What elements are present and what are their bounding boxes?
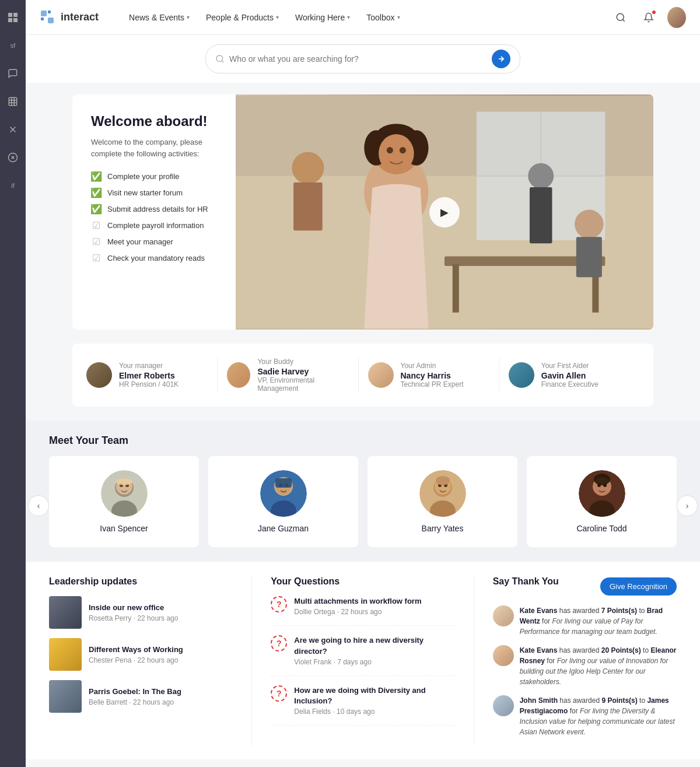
search-input[interactable]: [229, 54, 487, 64]
checklist-item: ☑ Check your mandatory reads: [91, 253, 217, 263]
search-submit-button[interactable]: [492, 50, 510, 68]
video-play-button[interactable]: ▶: [429, 197, 460, 227]
notifications-icon[interactable]: [639, 8, 658, 27]
checklist-item: ✅ Visit new starter forum: [91, 187, 217, 198]
question-item-1[interactable]: ? Multi attachments in workflow form Dol…: [271, 596, 454, 626]
logo[interactable]: interact: [40, 9, 99, 26]
svg-point-72: [594, 474, 610, 485]
team-section: Meet Your Team ‹ Ivan Spencer Jane Guzma…: [26, 421, 700, 561]
search-section: [26, 35, 700, 83]
sidebar-icon-chat[interactable]: [5, 65, 21, 82]
svg-point-41: [528, 163, 554, 189]
checklist-item: ✅ Complete your profile: [91, 171, 217, 181]
question-meta-3: Delia Fields · 10 days ago: [294, 708, 454, 716]
thanks-text-2: Kate Evans has awarded 20 Points(s) to E…: [520, 645, 677, 687]
bottom-section: Leadership updates Inside our new office…: [26, 562, 700, 759]
contact-buddy-role: VP, Environmental Management: [257, 376, 348, 393]
thanks-avatar-2: [493, 645, 514, 666]
svg-rect-14: [41, 10, 47, 16]
thanks-title: Say Thank You: [493, 576, 559, 587]
welcome-wrapper: Welcome aboard! Welcome to the company, …: [26, 83, 700, 330]
questions-col: Your Questions ? Multi attachments in wo…: [252, 576, 474, 745]
team-card-jane[interactable]: Jane Guzman: [208, 456, 358, 547]
contact-admin-label: Your Admin: [401, 362, 464, 370]
main-content: interact News & Events ▾ People & Produc…: [26, 0, 700, 767]
team-avatar-barry: [419, 470, 466, 517]
svg-point-39: [292, 152, 324, 184]
contact-admin-avatar: [368, 362, 394, 388]
question-meta-2: Violet Frank · 7 days ago: [294, 658, 454, 666]
thanks-avatar-3: [493, 695, 514, 716]
user-avatar[interactable]: [667, 8, 686, 27]
nav-working-here[interactable]: Working Here ▾: [288, 8, 357, 27]
sidebar: sf if: [0, 0, 26, 767]
svg-point-38: [400, 147, 406, 153]
team-avatar-caroline: [579, 470, 625, 517]
contact-manager[interactable]: Your manager Elmer Roberts HR Pension / …: [86, 358, 218, 393]
checklist-item: ✅ Submit address details for HR: [91, 204, 217, 214]
sidebar-icon-x1[interactable]: [5, 121, 21, 138]
svg-rect-15: [48, 10, 51, 13]
team-name-jane: Jane Guzman: [258, 524, 309, 533]
thanks-text-3: John Smith has awarded 9 Points(s) to Ja…: [520, 695, 677, 737]
carousel-next-button[interactable]: ›: [677, 495, 698, 516]
sidebar-icon-sf[interactable]: sf: [5, 37, 21, 54]
team-avatar-jane: [260, 470, 307, 517]
svg-line-21: [222, 61, 223, 62]
header-actions: [611, 8, 686, 27]
svg-rect-29: [453, 264, 459, 313]
checklist-item-text: Submit address details for HR: [107, 205, 208, 213]
check-pending-icon: ☑: [91, 236, 102, 247]
team-card-ivan[interactable]: Ivan Spencer: [49, 456, 199, 547]
welcome-video[interactable]: ▶: [236, 94, 653, 330]
welcome-left: Welcome aboard! Welcome to the company, …: [72, 94, 236, 330]
checklist-item-text: Complete your profile: [107, 172, 180, 181]
nav-news-events[interactable]: News & Events ▾: [122, 8, 197, 27]
svg-line-19: [622, 19, 624, 21]
page-content: Welcome aboard! Welcome to the company, …: [26, 35, 700, 767]
checklist-item-text: Visit new starter forum: [107, 188, 183, 197]
question-title-2: Are we going to hire a new diversity dir…: [294, 635, 454, 656]
welcome-description: Welcome to the company, please complete …: [91, 136, 217, 159]
contact-admin[interactable]: Your Admin Nancy Harris Technical PR Exp…: [359, 358, 499, 393]
check-pending-icon: ☑: [91, 220, 102, 230]
question-meta-1: Dollie Ortega · 22 hours ago: [294, 608, 421, 616]
leadership-col: Leadership updates Inside our new office…: [49, 576, 252, 745]
contact-first-aider-label: Your First Aider: [541, 362, 598, 370]
nav-toolbox[interactable]: Toolbox ▾: [359, 8, 407, 27]
search-icon[interactable]: [611, 8, 630, 27]
svg-rect-17: [48, 17, 54, 23]
checklist-item-text: Check your mandatory reads: [107, 254, 205, 262]
contact-first-aider-role: Finance Executive: [541, 380, 598, 388]
svg-point-37: [387, 147, 393, 153]
search-bar: [205, 44, 520, 73]
news-item-2[interactable]: Different Ways of Working Chester Pena ·…: [49, 638, 233, 671]
carousel-prev-button[interactable]: ‹: [28, 495, 49, 516]
contact-buddy-name: Sadie Harvey: [257, 367, 348, 376]
chevron-down-icon: ▾: [276, 14, 279, 20]
sidebar-icon-circle-x[interactable]: [5, 149, 21, 166]
news-item-3[interactable]: Parris Goebel: In The Bag Belle Barrett …: [49, 680, 233, 713]
question-item-3[interactable]: ? How are we doing with Diversity and In…: [271, 685, 454, 726]
contact-buddy[interactable]: Your Buddy Sadie Harvey VP, Environmenta…: [218, 358, 358, 393]
chevron-down-icon: ▾: [397, 14, 400, 20]
svg-point-51: [116, 478, 132, 485]
svg-rect-1: [13, 13, 18, 17]
contact-manager-avatar: [86, 362, 112, 388]
question-item-2[interactable]: ? Are we going to hire a new diversity d…: [271, 635, 454, 675]
contacts-section: Your manager Elmer Roberts HR Pension / …: [72, 344, 653, 407]
nav-people-products[interactable]: People & Products ▾: [199, 8, 286, 27]
team-card-barry[interactable]: Barry Yates: [368, 456, 517, 547]
sidebar-icon-if[interactable]: if: [5, 177, 21, 194]
thanks-text-1: Kate Evans has awarded 7 Points(s) to Br…: [520, 605, 677, 637]
sidebar-icon-w[interactable]: [5, 9, 21, 26]
contact-first-aider[interactable]: Your First Aider Gavin Allen Finance Exe…: [499, 358, 639, 393]
svg-point-18: [617, 13, 624, 20]
news-item-1[interactable]: Inside our new office Rosetta Perry · 22…: [49, 596, 233, 629]
question-title-1: Multi attachments in workflow form: [294, 596, 421, 607]
check-done-icon: ✅: [91, 187, 102, 198]
svg-rect-3: [13, 18, 18, 22]
sidebar-icon-slack[interactable]: [5, 93, 21, 110]
team-card-caroline[interactable]: Caroline Todd: [527, 456, 677, 547]
give-recognition-button[interactable]: Give Recognition: [600, 577, 677, 596]
